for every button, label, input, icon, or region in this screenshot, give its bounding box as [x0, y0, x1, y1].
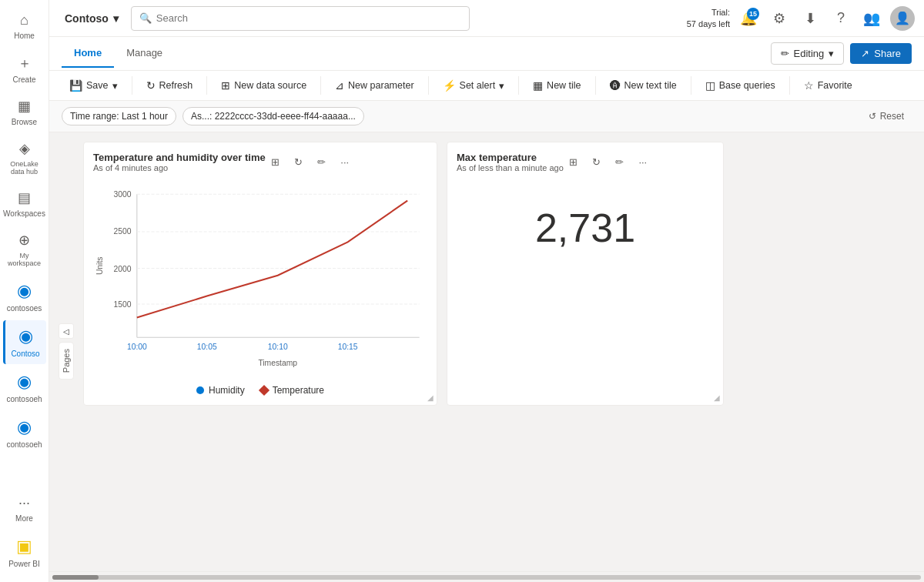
notif-count: 15 — [747, 8, 759, 20]
workspaces-icon: ▤ — [18, 189, 31, 206]
edit-button[interactable]: ✏ Editing ▾ — [771, 42, 845, 65]
tile-icon: ▦ — [533, 79, 543, 92]
queries-icon: ◫ — [705, 79, 715, 92]
sidebar-item-home[interactable]: ⌂ Home — [3, 6, 46, 46]
new-parameter-button[interactable]: ⊿ New parameter — [327, 75, 421, 95]
datasource-icon: ⊞ — [221, 79, 230, 92]
tab-home[interactable]: Home — [62, 39, 114, 68]
card-edit-button[interactable]: ✏ — [312, 152, 332, 172]
settings-button[interactable]: ⚙ — [767, 6, 792, 31]
new-tile-label: New tile — [547, 80, 581, 91]
topbar: Contoso ▾ 🔍 Trial: 57 days left 🔔 15 ⚙ ⬇… — [49, 0, 924, 37]
toolbar: 💾 Save ▾ ↻ Refresh ⊞ New data source ⊿ N… — [49, 71, 924, 101]
legend-temperature: Temperature — [260, 385, 324, 396]
create-icon: ＋ — [18, 54, 32, 72]
new-datasource-button[interactable]: ⊞ New data source — [213, 75, 314, 95]
tab-actions: ✏ Editing ▾ ↗ Share — [771, 42, 912, 65]
card-refresh-button[interactable]: ↻ — [289, 152, 309, 172]
as-filter[interactable]: As...: 2222cccc-33dd-eeee-ff44-aaaaa... — [182, 107, 364, 125]
sidebar-label-contoso: Contoso — [11, 350, 39, 358]
download-button[interactable]: ⬇ — [798, 6, 822, 31]
scroll-thumb[interactable] — [52, 575, 99, 580]
horizontal-scrollbar[interactable] — [49, 571, 924, 582]
tab-manage[interactable]: Manage — [114, 39, 175, 68]
card2-edit-button[interactable]: ✏ — [610, 152, 630, 172]
sidebar-item-more[interactable]: ··· More — [3, 489, 46, 529]
svg-text:3000: 3000 — [114, 190, 132, 199]
new-text-tile-button[interactable]: 🅐 New text tile — [602, 75, 685, 95]
new-parameter-label: New parameter — [348, 80, 413, 91]
search-input[interactable] — [156, 12, 461, 24]
contosoeh1-icon: ◉ — [17, 372, 32, 392]
scroll-track[interactable] — [52, 575, 921, 580]
card2-grid-button[interactable]: ⊞ — [564, 152, 584, 172]
pages-expand-button[interactable]: ◁ — [59, 323, 74, 339]
card-grid-button[interactable]: ⊞ — [266, 152, 286, 172]
sidebar: ⌂ Home ＋ Create ▦ Browse ◈ OneLake data … — [0, 0, 49, 582]
myworkspace-icon: ⊕ — [18, 232, 30, 249]
sep1 — [132, 76, 132, 95]
time-range-filter[interactable]: Time range: Last 1 hour — [62, 107, 176, 125]
share-button[interactable]: ↗ Share — [850, 43, 912, 64]
new-tile-button[interactable]: ▦ New tile — [525, 75, 588, 95]
sidebar-item-contosoeh2[interactable]: ◉ contosoeh — [3, 411, 46, 455]
sep6 — [595, 76, 596, 95]
temperature-diamond — [259, 385, 270, 396]
help-button[interactable]: ? — [829, 6, 853, 31]
sep7 — [691, 76, 691, 95]
trial-badge: Trial: 57 days left — [687, 7, 730, 29]
more-icon: ··· — [18, 495, 30, 511]
card-title-1: Temperature and humidity over time — [93, 152, 266, 163]
home-icon: ⌂ — [20, 12, 28, 28]
card2-refresh-button[interactable]: ↻ — [587, 152, 607, 172]
sidebar-item-create[interactable]: ＋ Create — [3, 48, 46, 90]
alert-icon: ⚡ — [443, 79, 456, 92]
sidebar-label-contosoeh1: contosoeh — [6, 395, 42, 403]
card-title-2: Max temperature — [457, 152, 564, 163]
cards-row: Temperature and humidity over time As of… — [83, 142, 915, 406]
avatar[interactable]: 👤 — [890, 6, 915, 31]
refresh-button[interactable]: ↻ Refresh — [139, 75, 201, 95]
time-range-label: Time range: Last 1 hour — [70, 111, 168, 122]
base-queries-button[interactable]: ◫ Base queries — [698, 75, 783, 95]
sep3 — [320, 76, 321, 95]
reset-button[interactable]: ↺ Reset — [861, 108, 912, 125]
big-number-value: 2,731 — [457, 182, 714, 274]
sidebar-item-powerbi[interactable]: ▣ Power BI — [3, 530, 46, 574]
sidebar-item-myworkspace[interactable]: ⊕ My workspace — [3, 226, 46, 273]
legend-humidity: Humidity — [196, 385, 245, 396]
save-button[interactable]: 💾 Save ▾ — [62, 75, 126, 95]
resize-handle-1[interactable]: ◢ — [427, 393, 434, 402]
app-logo[interactable]: Contoso ▾ — [59, 9, 125, 28]
sidebar-label-browse: Browse — [12, 118, 37, 126]
svg-text:1500: 1500 — [114, 300, 132, 309]
line-chart: 3000 2500 2000 1500 Units 10:00 10:05 10… — [93, 182, 427, 382]
alert-chevron-icon: ▾ — [499, 80, 504, 92]
save-chevron-icon: ▾ — [112, 80, 118, 92]
search-box[interactable]: 🔍 — [131, 6, 470, 31]
favorite-button[interactable]: ☆ Favorite — [796, 75, 860, 95]
share-label: Share — [874, 48, 901, 59]
sidebar-label-create: Create — [12, 75, 35, 84]
max-temp-card: Max temperature As of less than a minute… — [447, 142, 724, 406]
pages-tab[interactable]: Pages — [59, 342, 74, 380]
sep8 — [789, 76, 790, 95]
sep5 — [518, 76, 519, 95]
base-queries-label: Base queries — [719, 80, 775, 91]
sidebar-label-myworkspace: My workspace — [6, 252, 43, 267]
sidebar-item-contosoeh1[interactable]: ◉ contosoeh — [3, 366, 46, 410]
svg-text:2000: 2000 — [114, 265, 132, 273]
share-icon: ↗ — [861, 48, 869, 59]
card-more-button[interactable]: ··· — [335, 152, 355, 172]
card2-more-button[interactable]: ··· — [633, 152, 653, 172]
notifications-button[interactable]: 🔔 15 — [736, 6, 761, 31]
sidebar-item-browse[interactable]: ▦ Browse — [3, 92, 46, 132]
temp-humidity-card: Temperature and humidity over time As of… — [83, 142, 437, 406]
share-people-button[interactable]: 👥 — [859, 6, 884, 31]
sidebar-item-contoso[interactable]: ◉ Contoso — [3, 320, 46, 364]
resize-handle-2[interactable]: ◢ — [714, 393, 720, 402]
sidebar-item-workspaces[interactable]: ▤ Workspaces — [3, 183, 46, 224]
sidebar-item-contosoes[interactable]: ◉ contosoes — [3, 275, 46, 319]
sidebar-item-onelake[interactable]: ◈ OneLake data hub — [3, 134, 46, 182]
set-alert-button[interactable]: ⚡ Set alert ▾ — [435, 75, 513, 95]
